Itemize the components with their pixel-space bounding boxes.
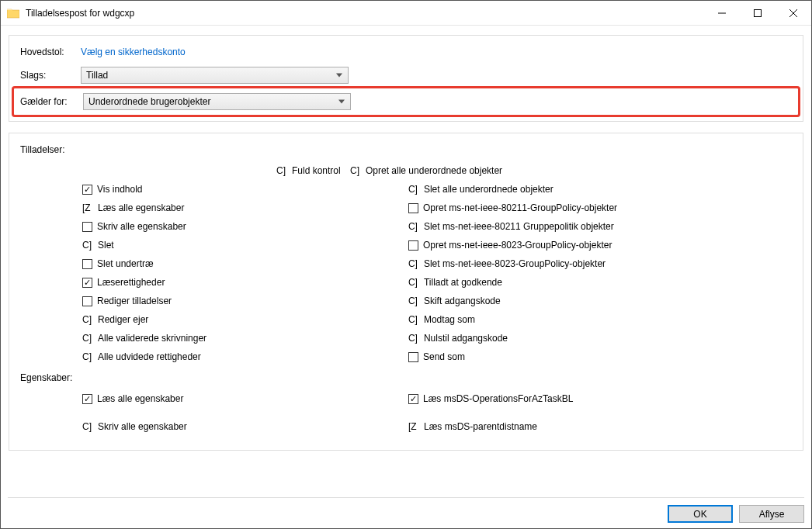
svg-rect-1 — [755, 9, 762, 16]
permission-item: C]Alle validerede skrivninger — [82, 329, 408, 347]
maximize-button[interactable] — [740, 1, 776, 25]
marker: C] — [276, 165, 287, 176]
marker: C] — [82, 421, 93, 432]
permission-label: Læs alle egenskaber — [98, 202, 184, 213]
marker: C] — [408, 221, 419, 232]
checkbox[interactable] — [82, 259, 92, 269]
permission-item[interactable]: Skriv alle egenskaber — [82, 217, 408, 236]
permission-label: Nulstil adgangskode — [424, 333, 508, 344]
permission-item: C]Skriv alle egenskaber — [82, 417, 408, 436]
permission-item[interactable]: Rediger tilladelser — [82, 292, 408, 310]
permission-item: C]Slet alle underordnede objekter — [408, 180, 792, 199]
marker: C] — [82, 333, 93, 344]
permission-item[interactable]: Opret ms-net-ieee-8023-GroupPolicy-objek… — [408, 236, 792, 254]
permission-label: Læs msDS-OperationsForAzTaskBL — [423, 393, 573, 404]
permission-item: [ZLæs msDS-parentdistname — [408, 417, 792, 436]
type-label: Slags: — [20, 70, 81, 81]
checkbox[interactable] — [408, 240, 418, 251]
marker: C] — [82, 314, 93, 325]
checkbox[interactable] — [408, 394, 418, 404]
checkbox[interactable] — [82, 278, 92, 288]
permission-item: C]Slet ms-net-ieee-8023-GroupPolicy-obje… — [408, 254, 792, 273]
permission-label: Slet alle underordnede objekter — [424, 184, 553, 195]
permission-label: Skriv alle egenskaber — [97, 221, 186, 232]
permission-item: [ZLæs alle egenskaber — [82, 199, 408, 217]
permission-label: Læs msDS-parentdistname — [424, 421, 537, 432]
permission-item: C]Fuld kontrol — [20, 161, 350, 180]
checkbox[interactable] — [82, 222, 92, 232]
applies-to-select[interactable]: Underordnede brugerobjekter — [83, 93, 351, 110]
marker: [Z — [408, 421, 419, 432]
permission-item: C]Alle udvidede rettigheder — [82, 347, 408, 366]
permission-label: Vis indhold — [97, 184, 143, 195]
titlebar: Tilladelsespost for wdgcxp — [1, 1, 811, 26]
marker: C] — [408, 184, 419, 195]
permission-item: C]Modtag som — [408, 310, 792, 329]
permission-label: Slet ms-net-ieee-8023-GroupPolicy-objekt… — [424, 258, 606, 269]
permission-item: C]Tilladt at godkende — [408, 273, 792, 292]
folder-icon — [7, 8, 19, 19]
close-button[interactable] — [776, 1, 811, 25]
permission-item: C]Opret alle underordnede objekter — [350, 161, 738, 180]
marker: C] — [408, 314, 419, 325]
permission-item[interactable]: Læserettigheder — [82, 273, 408, 292]
permission-label: Slet undertræ — [97, 258, 154, 269]
permission-label: Modtag som — [424, 314, 475, 325]
minimize-button[interactable] — [704, 1, 740, 25]
marker: C] — [408, 258, 419, 269]
marker: C] — [408, 296, 419, 306]
permission-label: Rediger tilladelser — [97, 296, 172, 306]
permission-item[interactable]: Vis indhold — [82, 180, 408, 199]
permission-item: C]Rediger ejer — [82, 310, 408, 329]
permission-item[interactable]: Læs alle egenskaber — [82, 389, 408, 408]
permission-label: Skriv alle egenskaber — [98, 421, 187, 432]
permission-label: Alle udvidede rettigheder — [98, 351, 201, 362]
permission-label: Læs alle egenskaber — [97, 393, 183, 404]
permission-item: C]Slet — [82, 236, 408, 254]
ok-button[interactable]: OK — [668, 505, 733, 523]
principal-label: Hovedstol: — [20, 47, 81, 57]
checkbox[interactable] — [408, 352, 418, 362]
permission-label: Fuld kontrol — [292, 165, 341, 176]
permission-label: Opret ms-net-ieee-8023-GroupPolicy-objek… — [423, 240, 612, 251]
permission-label: Slet ms-net-ieee-80211 Gruppepolitik obj… — [424, 221, 614, 232]
applies-to-highlight: Gælder for: Underordnede brugerobjekter — [12, 86, 800, 117]
checkbox[interactable] — [82, 185, 92, 195]
properties-label: Egenskaber: — [20, 372, 792, 383]
permission-label: Opret alle underordnede objekter — [366, 165, 502, 176]
permission-item[interactable]: Opret ms-net-ieee-80211-GroupPolicy-obje… — [408, 199, 792, 217]
select-principal-link[interactable]: Vælg en sikkerhedskonto — [81, 47, 186, 57]
marker: C] — [82, 240, 93, 251]
permission-item[interactable]: Læs msDS-OperationsForAzTaskBL — [408, 389, 792, 408]
marker: C] — [82, 351, 93, 362]
checkbox[interactable] — [82, 394, 92, 404]
permission-item: C]Skift adgangskode — [408, 292, 792, 310]
type-select[interactable]: Tillad — [81, 67, 349, 84]
permission-label: Læserettigheder — [97, 277, 165, 288]
checkbox[interactable] — [82, 296, 92, 306]
marker: C] — [408, 277, 419, 288]
header-panel: Hovedstol: Vælg en sikkerhedskonto Slags… — [9, 35, 803, 122]
permissions-label: Tilladelser: — [20, 144, 792, 155]
marker: C] — [408, 333, 419, 344]
permission-item: C]Slet ms-net-ieee-80211 Gruppepolitik o… — [408, 217, 792, 236]
permissions-panel: Tilladelser: C]Fuld kontrolC]Opret alle … — [9, 133, 803, 451]
footer-separator — [8, 497, 804, 498]
permission-label: Skift adgangskode — [424, 296, 501, 306]
permission-label: Rediger ejer — [98, 314, 148, 325]
permission-item[interactable]: Slet undertræ — [82, 254, 408, 273]
cancel-button[interactable]: Aflyse — [739, 505, 804, 523]
permission-item: C]Nulstil adgangskode — [408, 329, 792, 347]
permission-label: Slet — [98, 240, 114, 251]
marker: C] — [350, 165, 361, 176]
permission-label: Alle validerede skrivninger — [98, 333, 206, 344]
permission-label: Opret ms-net-ieee-80211-GroupPolicy-obje… — [423, 202, 617, 213]
marker: [Z — [82, 202, 93, 213]
permission-label: Send som — [423, 351, 465, 362]
permission-item — [408, 408, 792, 417]
permission-item — [82, 408, 408, 417]
permission-item[interactable]: Send som — [408, 347, 792, 366]
applies-to-label: Gælder for: — [20, 96, 83, 107]
window-title: Tilladelsespost for wdgcxp — [26, 8, 704, 19]
checkbox[interactable] — [408, 203, 418, 213]
